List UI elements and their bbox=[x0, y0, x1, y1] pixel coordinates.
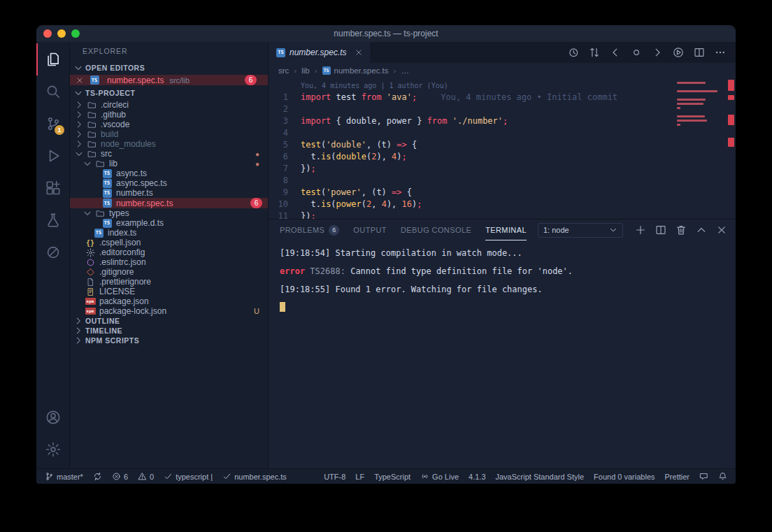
file-prettierignore[interactable]: .prettierignore bbox=[70, 277, 268, 287]
testing-icon[interactable] bbox=[36, 204, 69, 236]
activity-bar: 1 bbox=[36, 42, 70, 468]
section-timeline[interactable]: TIMELINE bbox=[70, 326, 268, 336]
search-icon[interactable] bbox=[36, 76, 69, 108]
file-license[interactable]: LICENSE bbox=[70, 287, 268, 296]
panel-tab-debug-console[interactable]: DEBUG CONSOLE bbox=[401, 220, 471, 240]
folder-circleci[interactable]: .circleci bbox=[70, 100, 268, 110]
titlebar[interactable]: number.spec.ts — ts-project bbox=[36, 25, 736, 42]
close-panel-icon[interactable] bbox=[716, 224, 727, 236]
status-standard-style[interactable]: JavaScript Standard Style bbox=[496, 473, 585, 481]
error-mark bbox=[728, 80, 734, 91]
record-dot-icon[interactable] bbox=[631, 47, 642, 58]
folder-vscode[interactable]: .vscode bbox=[70, 120, 268, 129]
zoom-window-button[interactable] bbox=[71, 29, 80, 38]
terminal[interactable]: [19:18:54] Starting compilation in watch… bbox=[269, 240, 736, 468]
minimize-window-button[interactable] bbox=[57, 29, 66, 38]
new-terminal-icon[interactable] bbox=[635, 224, 646, 236]
panel-tab-output[interactable]: OUTPUT bbox=[353, 220, 387, 240]
status-language-mode[interactable]: TypeScript bbox=[374, 473, 410, 481]
file-package-lock-json[interactable]: npmpackage-lock.jsonU bbox=[70, 306, 268, 316]
breadcrumb-separator-icon: › bbox=[315, 66, 317, 75]
status-eol[interactable]: LF bbox=[355, 473, 364, 481]
folder-lib[interactable]: lib● bbox=[70, 159, 268, 168]
line-number: 6 bbox=[269, 151, 301, 163]
status-feedback[interactable] bbox=[699, 472, 708, 481]
close-tab-icon[interactable] bbox=[355, 48, 363, 57]
maximize-panel-icon[interactable] bbox=[696, 224, 707, 236]
codelens-text[interactable]: You, 4 minutes ago | 1 author (You) bbox=[301, 80, 448, 92]
chevron-right-icon bbox=[74, 129, 84, 139]
ts-file-icon: TS bbox=[101, 218, 113, 228]
explorer-icon[interactable] bbox=[36, 43, 69, 76]
history-icon[interactable] bbox=[568, 47, 579, 58]
breadcrumb-item-number-spec-ts[interactable]: TSnumber.spec.ts bbox=[322, 66, 389, 75]
file-async-spec-ts[interactable]: TSasync.spec.ts bbox=[70, 178, 268, 188]
status-found-variables[interactable]: Found 0 variables bbox=[594, 473, 655, 481]
close-window-button[interactable] bbox=[43, 29, 52, 38]
editorconfig-file-icon bbox=[85, 247, 96, 257]
status-warnings[interactable]: 0 bbox=[138, 472, 154, 481]
terminal-picker[interactable]: 1: node bbox=[538, 223, 623, 238]
line-number: 2 bbox=[269, 103, 301, 115]
status-go-live[interactable]: Go Live bbox=[420, 472, 459, 481]
status-typescript-check[interactable]: typescript | bbox=[164, 472, 213, 481]
open-editors-header[interactable]: OPEN EDITORS bbox=[70, 60, 268, 75]
folder-src[interactable]: src● bbox=[70, 149, 268, 159]
split-editor-icon[interactable] bbox=[694, 47, 705, 58]
folder-node-modules[interactable]: node_modules bbox=[70, 139, 268, 149]
panel-tab-terminal[interactable]: TERMINAL bbox=[485, 220, 527, 240]
run-file-icon[interactable] bbox=[673, 47, 684, 58]
breadcrumb-item-[interactable]: … bbox=[401, 66, 409, 75]
file-cspell-json[interactable]: {}.cspell.json bbox=[70, 238, 268, 247]
file-example-d-ts[interactable]: TSexample.d.ts bbox=[70, 218, 268, 228]
more-actions-icon[interactable] bbox=[715, 47, 726, 58]
forward-icon[interactable] bbox=[652, 47, 663, 58]
file-number-ts[interactable]: TSnumber.ts bbox=[70, 188, 268, 198]
split-terminal-icon[interactable] bbox=[655, 224, 666, 236]
untracked-badge: U bbox=[254, 307, 259, 315]
status-errors[interactable]: 6 bbox=[112, 472, 128, 481]
code-editor[interactable]: You, 4 minutes ago | 1 author (You)1impo… bbox=[269, 78, 736, 219]
file-editorconfig[interactable]: .editorconfig bbox=[70, 247, 268, 257]
breadcrumb-item-src[interactable]: src bbox=[278, 66, 289, 75]
folder-github[interactable]: .github bbox=[70, 110, 268, 120]
live-share-icon[interactable] bbox=[36, 236, 69, 268]
open-editor-item[interactable]: TSnumber.spec.tssrc/lib6 bbox=[70, 75, 268, 85]
status-file-check[interactable]: number.spec.ts bbox=[222, 472, 287, 481]
status-ts-version[interactable]: 4.1.3 bbox=[469, 473, 485, 481]
panel-tab-problems[interactable]: PROBLEMS6 bbox=[280, 220, 339, 240]
settings-icon[interactable] bbox=[36, 433, 69, 466]
status-encoding[interactable]: UTF-8 bbox=[324, 473, 345, 481]
extensions-icon[interactable] bbox=[36, 172, 69, 204]
section-outline[interactable]: OUTLINE bbox=[70, 316, 268, 326]
file-gitignore[interactable]: .gitignore bbox=[70, 267, 268, 277]
status-sync[interactable] bbox=[93, 472, 102, 481]
status-notifications[interactable] bbox=[718, 472, 727, 481]
file-number-spec-ts[interactable]: TSnumber.spec.ts6 bbox=[70, 198, 268, 208]
file-package-json[interactable]: npmpackage.json bbox=[70, 296, 268, 306]
tab-number-spec-ts[interactable]: TS number.spec.ts bbox=[269, 42, 371, 63]
minimap[interactable] bbox=[676, 80, 724, 128]
breadcrumb-item-lib[interactable]: lib bbox=[301, 66, 310, 75]
typescript-file-icon: TS bbox=[103, 169, 112, 178]
file-eslintrc-json[interactable]: .eslintrc.json bbox=[70, 257, 268, 267]
file-async-ts[interactable]: TSasync.ts bbox=[70, 168, 268, 178]
run-debug-icon[interactable] bbox=[36, 140, 69, 172]
account-icon[interactable] bbox=[36, 401, 69, 433]
status-prettier[interactable]: Prettier bbox=[665, 473, 689, 481]
section-npm-scripts[interactable]: NPM SCRIPTS bbox=[70, 336, 268, 345]
file-index-ts[interactable]: TSindex.ts bbox=[70, 228, 268, 238]
kill-terminal-icon[interactable] bbox=[676, 224, 687, 236]
compare-changes-icon[interactable] bbox=[589, 47, 600, 58]
editor-toolbar bbox=[568, 42, 736, 63]
source-control-icon[interactable]: 1 bbox=[36, 108, 69, 140]
folder-build[interactable]: build bbox=[70, 129, 268, 139]
editor-column: TS number.spec.ts src›lib›TSnumber.spec.… bbox=[269, 42, 736, 468]
token: is bbox=[321, 199, 331, 209]
project-header[interactable]: TS-PROJECT bbox=[70, 85, 268, 100]
back-icon[interactable] bbox=[610, 47, 621, 58]
close-editor-icon[interactable] bbox=[76, 76, 84, 85]
folder-types[interactable]: types bbox=[70, 208, 268, 218]
code-line-text: }); bbox=[301, 210, 316, 219]
status-git-branch[interactable]: master* bbox=[45, 472, 83, 481]
